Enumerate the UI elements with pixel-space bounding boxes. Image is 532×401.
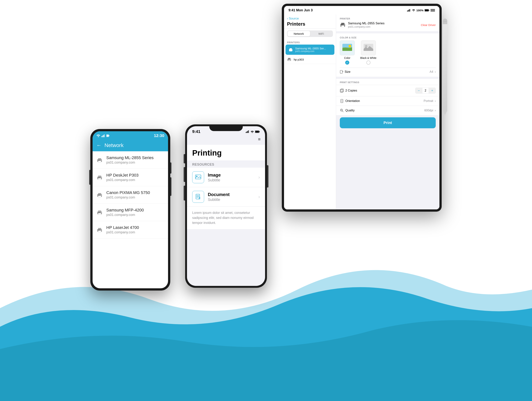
svg-rect-31	[248, 130, 249, 133]
iphone-device: 9:41	[185, 124, 267, 288]
svg-rect-25	[98, 228, 101, 229]
android-device: 12:30 ← Network Samsung ML-	[90, 129, 170, 290]
svg-rect-26	[98, 231, 101, 232]
iphone-document-icon	[192, 191, 204, 203]
svg-rect-59	[290, 48, 292, 49]
ipad-split-view: ‹ Source Printers Network WiFi	[284, 14, 439, 210]
svg-rect-18	[98, 196, 101, 197]
svg-rect-64	[288, 60, 290, 61]
android-printer-url-1: ps01.company.com	[106, 160, 153, 165]
ipad-pencil	[443, 19, 447, 111]
svg-point-78	[365, 45, 367, 47]
ipad-tab-wifi[interactable]: WiFi	[310, 31, 333, 36]
android-printer-item-5[interactable]: HP LaserJet 4700 ps01.company.com	[93, 221, 168, 239]
printer-icon	[96, 157, 103, 163]
ipad-time: 9:41 Mon Jun 3	[289, 8, 313, 12]
svg-rect-2	[102, 136, 103, 137]
android-printer-item-1[interactable]: Samsung ML-2855 Series ps01.company.com	[93, 151, 168, 169]
iphone-resource-document[interactable]: Document Subtitle ›	[187, 187, 265, 207]
ipad-tabs: Network WiFi	[287, 31, 333, 37]
android-printer-url-3: ps01.company.com	[106, 196, 150, 199]
ipad-clear-driver-button[interactable]: Clear Driver	[421, 23, 436, 26]
ipad-size-icon	[340, 70, 343, 74]
android-printer-info-3: Canon PIXMA MG 5750 ps01.company.com	[106, 190, 150, 199]
ipad-print-button[interactable]: Print	[340, 117, 436, 128]
iphone-resource-image[interactable]: Image Subtitle ›	[187, 168, 265, 187]
ipad-copies-value: 2	[422, 88, 429, 93]
printer-icon-2	[96, 174, 103, 181]
svg-point-19	[101, 195, 101, 196]
svg-rect-49	[409, 9, 409, 12]
android-printer-name-5: HP LaserJet 4700	[106, 225, 139, 230]
bw-image-svg	[362, 42, 374, 54]
ipad-bw-radio[interactable]	[366, 61, 370, 65]
svg-rect-56	[431, 10, 435, 11]
ipad-size-value: A4 ›	[430, 70, 436, 74]
ipad-printer-section-title: PRINTER	[340, 18, 436, 20]
ipad-printer-row-info: Samsung ML-2855 Series ps01.company.com	[348, 22, 419, 28]
ipad-orientation-row[interactable]: Orientation Portrait ›	[336, 96, 439, 106]
android-printer-item-2[interactable]: HP DeskJet P303 ps01.company.com	[93, 169, 168, 186]
ipad-menu-icon[interactable]	[431, 9, 435, 12]
svg-point-69	[344, 24, 345, 25]
svg-rect-60	[290, 50, 292, 51]
iphone-document-chevron: ›	[258, 194, 260, 199]
android-printer-url-5: ps01.company.com	[106, 230, 139, 234]
ipad-color-image	[340, 40, 355, 55]
svg-point-11	[101, 160, 101, 160]
ipad-color-radio[interactable]	[345, 61, 349, 65]
iphone-image-name: Image	[208, 173, 255, 178]
ipad-plus-button[interactable]: +	[429, 88, 436, 93]
svg-rect-29	[247, 131, 247, 133]
ipad-bw-option[interactable]: Black & White	[360, 40, 376, 65]
svg-rect-47	[407, 11, 408, 12]
iphone-lorem-text: Lorem ipsum dolor sit amet, consetetur s…	[187, 207, 265, 229]
ipad-detail-printer-name: Samsung ML-2855 Series	[348, 22, 419, 25]
iphone-document-subtitle: Subtitle	[208, 197, 255, 202]
svg-rect-35	[255, 131, 259, 132]
ipad-color-option[interactable]: Color	[340, 40, 355, 65]
svg-rect-17	[98, 193, 101, 195]
devices-container: 12:30 ← Network Samsung ML-	[0, 0, 532, 401]
svg-rect-34	[259, 131, 260, 132]
ipad-quality-value: 600dpi ›	[424, 109, 436, 112]
ipad-bw-image	[361, 40, 376, 55]
android-back-button[interactable]: ←	[96, 142, 101, 148]
android-printer-info-2: HP DeskJet P303 ps01.company.com	[106, 173, 139, 182]
ipad-back-link[interactable]: ‹ Source	[287, 17, 333, 20]
android-printer-item-4[interactable]: Samsung MFP-4200 ps01.company.com	[93, 204, 168, 221]
android-printer-name-1: Samsung ML-2855 Series	[106, 155, 153, 160]
ipad-minus-button[interactable]: −	[415, 88, 422, 93]
svg-point-74	[348, 45, 351, 47]
ipad-battery-percent: 100%	[416, 9, 424, 12]
ipad-copies-row: 2 Copies − 2 +	[336, 85, 439, 96]
printer-icon-4	[96, 209, 103, 216]
ipad-status-bar: 9:41 Mon Jun 3 100%	[284, 6, 439, 14]
ipad-size-row: Size A4 ›	[340, 68, 436, 74]
ipad-printer-item-1[interactable]: Samsung ML-2855 Ser... ps01.company.com	[285, 44, 334, 55]
android-printer-name-3: Canon PIXMA MG 5750	[106, 190, 150, 195]
ipad-orientation-label: Orientation	[340, 99, 360, 103]
svg-rect-14	[98, 178, 101, 180]
iphone-battery-icon	[255, 130, 260, 133]
ipad-printer-row: Samsung ML-2855 Series ps01.company.com …	[340, 22, 436, 28]
android-printer-url-4: ps01.company.com	[106, 213, 144, 217]
iphone-document-text: Document Subtitle	[208, 192, 255, 202]
ipad-right-panel: PRINTER Samsung ML-2855 Series ps01.comp…	[336, 14, 439, 210]
ipad-tab-network[interactable]: Network	[288, 31, 310, 36]
ipad-printer-detail: PRINTER Samsung ML-2855 Series ps01.comp…	[336, 14, 439, 31]
ipad-orientation-icon	[340, 99, 344, 103]
svg-point-32	[252, 132, 253, 133]
android-printer-item-3[interactable]: Canon PIXMA MG 5750 ps01.company.com	[93, 186, 168, 204]
ipad-pi-url-1: ps01.company.com	[295, 50, 326, 53]
svg-rect-79	[340, 70, 342, 73]
ipad-size-chevron: ›	[435, 70, 436, 74]
ipad-quality-row[interactable]: Quality 600dpi ›	[336, 106, 439, 115]
iphone-menu-icon[interactable]: ≡	[258, 137, 261, 142]
svg-point-51	[413, 11, 414, 11]
android-time: 12:30	[154, 133, 164, 138]
ipad-printer-item-2[interactable]: hp p303	[284, 55, 336, 64]
ipad-color-size-title: COLOR & SIZE	[340, 36, 436, 39]
android-printer-name-2: HP DeskJet P303	[106, 173, 139, 178]
ipad-printer-icon-1	[289, 48, 293, 52]
